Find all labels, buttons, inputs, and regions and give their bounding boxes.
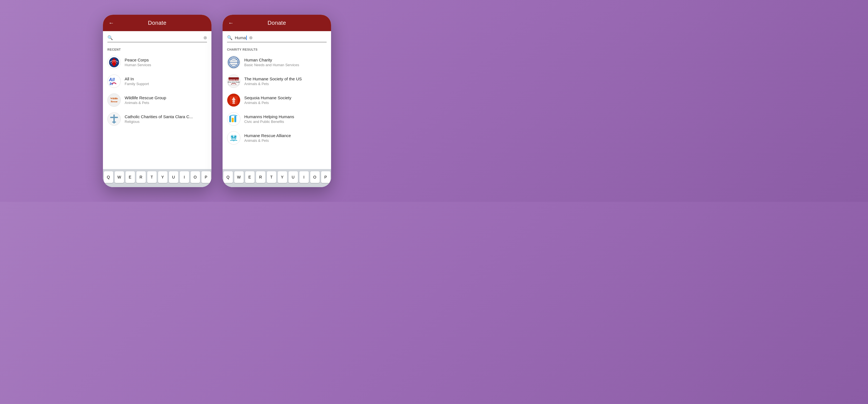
key-r[interactable]: R [136,171,146,183]
key-q[interactable]: Q [104,171,113,183]
phone2-search-value: Huma [235,35,247,40]
peace-corps-name: Peace Corps [125,58,207,62]
key-t2[interactable]: T [267,171,276,183]
keyboard-row-1: Q W E R T Y U I O P [104,171,210,183]
catholic-info: Catholic Charities of Santa Clara C... R… [125,114,207,124]
humane-society-name: The Humane Society of the US [244,76,327,81]
catholic-category: Religious [125,120,207,124]
key-u2[interactable]: U [288,171,298,183]
wildlife-category: Animals & Pets [125,101,207,105]
phone-1: ← Donate 🔍 ⊗ RECENT [103,15,211,187]
key-e2[interactable]: E [245,171,254,183]
svg-point-19 [231,136,233,138]
phone2-search-wrapper: 🔍 Huma ⊗ [227,35,327,42]
phone2-list: Human Charity Basic Needs and Human Serv… [223,53,331,169]
catholic-name: Catholic Charities of Santa Clara C... [125,114,207,119]
list-item[interactable]: Humane Rescue Alliance Animals & Pets [223,129,331,147]
key-r2[interactable]: R [256,171,266,183]
wildlife-logo: WildlifeRescue [107,93,121,107]
phone2-search-bar: 🔍 Huma ⊗ [223,31,331,45]
list-item[interactable]: Sequoia Humane Society Animals & Pets [223,91,331,109]
phone2-keyboard: Q W E R T Y U I O P [223,169,331,187]
humane-rescue-name: Humane Rescue Alliance [244,133,327,138]
humane-rescue-info: Humane Rescue Alliance Animals & Pets [244,133,327,143]
svg-rect-4 [110,117,118,118]
key-q2[interactable]: Q [223,171,233,183]
key-w2[interactable]: W [234,171,244,183]
phone1-keyboard: Q W E R T Y U I O P [103,169,211,187]
list-item[interactable]: Peace Corps Human Services [103,53,211,72]
key-e[interactable]: E [125,171,135,183]
key-w[interactable]: W [115,171,124,183]
svg-rect-5 [112,122,116,122]
sequoia-name: Sequoia Humane Society [244,95,327,100]
phone1-list: Peace Corps Human Services All In All In… [103,53,211,169]
humane-society-category: Animals & Pets [244,82,327,86]
key-i2[interactable]: I [299,171,309,183]
phone1-search-clear[interactable]: ⊗ [204,35,207,40]
key-o[interactable]: O [191,171,200,183]
key-p2[interactable]: P [321,171,331,183]
all-in-name: All In [125,76,207,81]
svg-point-14 [232,100,235,103]
peace-corps-info: Peace Corps Human Services [125,58,207,67]
phone1-section-label: RECENT [103,45,211,53]
phone2-header: ← Donate [223,15,331,31]
svg-rect-15 [232,103,235,104]
phone1-header-title: Donate [148,20,166,26]
key-t[interactable]: T [147,171,157,183]
humane-society-logo: THE HUMANE SOCIETY of the United States [227,74,240,88]
humanns-name: Humanns Helping Humans [244,114,327,119]
phone1-search-input[interactable] [115,35,201,40]
all-in-category: Family Support [125,82,207,86]
catholic-logo [107,112,121,126]
key-i[interactable]: I [180,171,189,183]
phone1-search-wrapper: 🔍 ⊗ [107,35,207,42]
key-y[interactable]: Y [158,171,167,183]
svg-rect-16 [229,116,231,122]
svg-text:of the United States: of the United States [227,81,240,83]
humane-rescue-category: Animals & Pets [244,138,327,143]
list-item[interactable]: All In All In Family Support [103,72,211,91]
humane-society-info: The Humane Society of the US Animals & P… [244,76,327,86]
phone1-back-button[interactable]: ← [108,20,114,26]
phone2-back-button[interactable]: ← [228,20,234,26]
phone2-search-clear[interactable]: ⊗ [249,35,253,40]
svg-text:THE HUMANE SOCIETY: THE HUMANE SOCIETY [227,79,240,81]
wildlife-name: Wildlife Rescue Group [125,95,207,100]
sequoia-category: Animals & Pets [244,101,327,105]
svg-rect-17 [232,117,234,122]
keyboard-row-2: Q W E R T Y U I O P [224,171,330,183]
phone1-header: ← Donate [103,15,211,31]
phone1-search-bar: 🔍 ⊗ [103,31,211,45]
phone2-header-title: Donate [268,20,286,26]
list-item[interactable]: Catholic Charities of Santa Clara C... R… [103,109,211,129]
key-p[interactable]: P [202,171,211,183]
wildlife-info: Wildlife Rescue Group Animals & Pets [125,95,207,105]
human-charity-info: Human Charity Basic Needs and Human Serv… [244,58,327,67]
peace-corps-category: Human Services [125,63,207,67]
svg-rect-18 [234,116,236,122]
search-icon: 🔍 [107,35,113,40]
humane-rescue-logo [227,131,240,144]
list-item[interactable]: THE HUMANE SOCIETY of the United States … [223,72,331,91]
key-u[interactable]: U [169,171,178,183]
list-item[interactable]: Human Charity Basic Needs and Human Serv… [223,53,331,72]
list-item[interactable]: Humanns Helping Humans Civic and Public … [223,109,331,129]
human-charity-category: Basic Needs and Human Services [244,63,327,67]
phone-2: ← Donate 🔍 Huma ⊗ CHARITY RESULTS [223,15,331,187]
key-o2[interactable]: O [310,171,320,183]
sequoia-info: Sequoia Humane Society Animals & Pets [244,95,327,105]
phone2-section-label: CHARITY RESULTS [223,45,331,53]
list-item[interactable]: WildlifeRescue Wildlife Rescue Group Ani… [103,91,211,109]
phone2-content: 🔍 Huma ⊗ CHARITY RESULTS [223,31,331,187]
humanns-logo [227,112,240,126]
humanns-category: Civic and Public Benefits [244,120,327,124]
key-y2[interactable]: Y [278,171,287,183]
svg-point-20 [234,136,236,138]
phone1-content: 🔍 ⊗ RECENT Peace Corps Hu [103,31,211,187]
svg-text:All: All [109,77,115,82]
peace-corps-logo [107,56,121,69]
humanns-info: Humanns Helping Humans Civic and Public … [244,114,327,124]
all-in-logo: All In [107,74,121,88]
